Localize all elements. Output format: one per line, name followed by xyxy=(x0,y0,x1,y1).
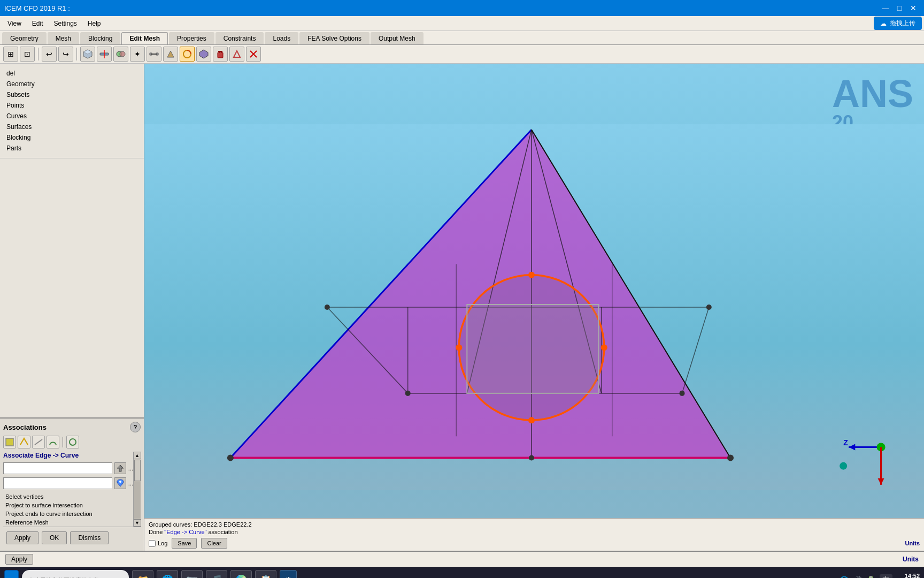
tree-item-points[interactable]: Points xyxy=(2,100,142,111)
scroll-track xyxy=(134,460,141,519)
tool-redo[interactable]: ↪ xyxy=(58,47,73,62)
help-button[interactable]: ? xyxy=(130,422,141,432)
tree-item-del[interactable]: del xyxy=(2,68,142,79)
sound-icon[interactable]: 🔊 xyxy=(853,576,862,578)
tab-properties[interactable]: Properties xyxy=(169,32,214,44)
tool-volume[interactable] xyxy=(196,47,211,62)
main-layout: del Geometry Subsets Points Curves Surfa… xyxy=(0,64,924,551)
associations-title: Associations xyxy=(3,423,47,431)
assoc-icon-1[interactable] xyxy=(3,436,16,448)
tool-active[interactable] xyxy=(180,47,195,62)
taskbar-app-browser[interactable]: 🌐 xyxy=(157,570,178,578)
scroll-down[interactable]: ▼ xyxy=(134,519,141,527)
assoc-option-surface[interactable]: Project to surface intersection xyxy=(3,501,133,509)
taskbar-app-icem[interactable]: ⚙ xyxy=(280,570,297,578)
assoc-option-mesh[interactable]: Reference Mesh xyxy=(3,518,133,527)
menu-help[interactable]: Help xyxy=(82,18,106,29)
viewport-status-bar: Grouped curves: EDGE22.3 EDGE22.2 Done "… xyxy=(144,518,924,551)
scroll-up[interactable]: ▲ xyxy=(134,452,141,459)
svg-point-43 xyxy=(528,417,535,423)
assoc-icon-3[interactable] xyxy=(32,436,45,448)
tool-close[interactable] xyxy=(246,47,261,62)
network-icon[interactable]: 🌐 xyxy=(840,576,849,578)
viewport[interactable]: ANS 20 xyxy=(144,64,924,551)
assoc-dots-2[interactable]: ... xyxy=(128,480,133,486)
assoc-input-2[interactable] xyxy=(3,477,112,489)
units-label: Units xyxy=(903,556,919,563)
tree-item-surfaces[interactable]: Surfaces xyxy=(2,121,142,132)
tool-face[interactable] xyxy=(163,47,178,62)
svg-point-42 xyxy=(601,344,607,351)
tree-item-parts[interactable]: Parts xyxy=(2,143,142,154)
scroll-thumb[interactable] xyxy=(134,460,141,481)
assoc-dots-1[interactable]: ... xyxy=(128,465,133,471)
menu-edit[interactable]: Edit xyxy=(27,18,49,29)
minimize-button[interactable]: — xyxy=(879,2,892,14)
tree-item-curves[interactable]: Curves xyxy=(2,111,142,121)
viewport-toolbar: Log Save Clear Units xyxy=(149,538,920,549)
tool-merge[interactable] xyxy=(113,47,128,62)
tab-loads[interactable]: Loads xyxy=(265,32,298,44)
tab-bar: Geometry Mesh Blocking Edit Mesh Propert… xyxy=(0,31,924,45)
assoc-pick-btn-2[interactable] xyxy=(114,477,126,489)
tool-quality[interactable] xyxy=(229,47,244,62)
assoc-icon-4[interactable] xyxy=(47,436,59,448)
menu-view[interactable]: View xyxy=(2,18,27,29)
tab-fea[interactable]: FEA Solve Options xyxy=(299,32,369,44)
assoc-pick-btn-1[interactable] xyxy=(114,462,126,474)
taskbar-app-browser2[interactable]: 🌍 xyxy=(230,570,252,578)
save-button[interactable]: Save xyxy=(172,538,197,549)
menu-settings[interactable]: Settings xyxy=(48,18,82,29)
assoc-type-title: Associate Edge -> Curve xyxy=(3,452,133,459)
ok-button[interactable]: OK xyxy=(42,531,67,544)
tab-mesh[interactable]: Mesh xyxy=(48,32,79,44)
assoc-option-vertices[interactable]: Select vertices xyxy=(3,492,133,501)
assoc-input-1[interactable] xyxy=(3,462,112,474)
tool-edge[interactable] xyxy=(147,47,161,62)
tool-select[interactable]: ⊡ xyxy=(20,47,35,62)
assoc-icon-5[interactable] xyxy=(66,436,79,448)
tool-delete[interactable] xyxy=(213,47,228,62)
tab-constraints[interactable]: Constraints xyxy=(215,32,264,44)
taskbar-app-explorer[interactable]: 📁 xyxy=(132,570,153,578)
svg-point-41 xyxy=(528,272,535,278)
taskbar-app-camera[interactable]: 📷 xyxy=(181,570,203,578)
start-button[interactable]: ⊞ xyxy=(4,570,19,578)
taskbar-app-media[interactable]: 🎵 xyxy=(206,570,227,578)
svg-point-21 xyxy=(70,439,76,445)
tree-item-geometry[interactable]: Geometry xyxy=(2,79,142,89)
tab-geometry[interactable]: Geometry xyxy=(2,32,47,44)
tree-item-subsets[interactable]: Subsets xyxy=(2,89,142,100)
battery-icon[interactable]: 🔋 xyxy=(866,576,875,578)
tab-output-mesh[interactable]: Output Mesh xyxy=(371,32,424,44)
svg-point-22 xyxy=(119,481,121,483)
tool-model[interactable]: ⊞ xyxy=(3,47,18,62)
tool-cube[interactable] xyxy=(80,47,95,62)
upload-button[interactable]: ☁ 拖拽上传 xyxy=(874,17,922,30)
taskbar-right: 🌐 🔊 🔋 中 14:52 2021/2/7 xyxy=(840,572,920,578)
tool-split[interactable] xyxy=(97,47,112,62)
dismiss-button[interactable]: Dismiss xyxy=(70,531,109,544)
apply-status-button[interactable]: Apply xyxy=(5,554,33,565)
log-checkbox[interactable] xyxy=(149,540,156,547)
clear-button[interactable]: Clear xyxy=(201,538,227,549)
taskbar-app-settings[interactable]: 📋 xyxy=(255,570,276,578)
tree-item-blocking[interactable]: Blocking xyxy=(2,132,142,143)
tab-edit-mesh[interactable]: Edit Mesh xyxy=(121,32,168,44)
tab-blocking[interactable]: Blocking xyxy=(80,32,120,44)
lang-icon[interactable]: 中 xyxy=(880,574,892,578)
tool-node[interactable]: ✦ xyxy=(130,47,145,62)
toolbar-row1: ⊞ ⊡ ↩ ↪ ✦ xyxy=(0,45,924,63)
assoc-icon-2[interactable] xyxy=(18,436,30,448)
close-button[interactable]: ✕ xyxy=(907,2,920,14)
system-clock[interactable]: 14:52 2021/2/7 xyxy=(897,572,920,578)
apply-button[interactable]: Apply xyxy=(6,531,38,544)
titlebar: ICEM CFD 2019 R1 : — □ ✕ xyxy=(0,0,924,16)
assoc-option-curve[interactable]: Project ends to curve intersection xyxy=(3,509,133,518)
tree-spacer xyxy=(0,158,144,417)
maximize-button[interactable]: □ xyxy=(893,2,906,14)
tool-undo[interactable]: ↩ xyxy=(42,47,57,62)
svg-point-51 xyxy=(529,455,534,461)
taskbar-search[interactable] xyxy=(22,570,129,578)
status-line-1: Grouped curves: EDGE22.3 EDGE22.2 xyxy=(149,521,920,528)
